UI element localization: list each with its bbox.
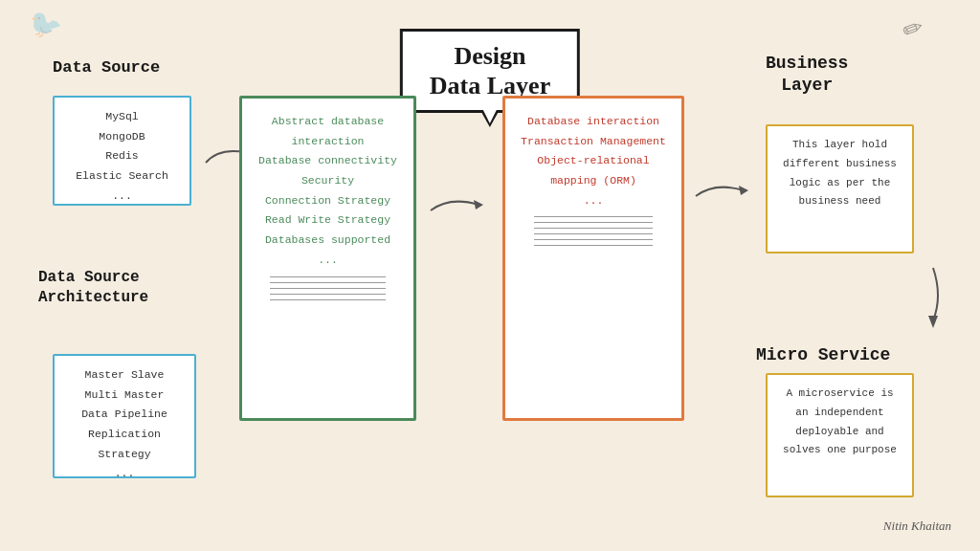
list-item: ... — [519, 191, 668, 211]
list-item: Elastic Search — [64, 166, 180, 187]
list-item: Replication Strategy — [64, 425, 185, 464]
business-layer-text: This layer hold different business logic… — [783, 139, 897, 207]
data-source-label: Data Source — [53, 57, 160, 78]
arrow-down — [919, 263, 947, 335]
list-item: MongoDB — [64, 127, 180, 147]
list-item: ... — [256, 251, 400, 271]
data-source-card: MySql MongoDB Redis Elastic Search ... — [53, 96, 191, 206]
bird-decoration: 🐦 — [25, 6, 66, 46]
list-item: Multi Master — [64, 386, 185, 406]
data-access-layer-card: Database interaction Transaction Managem… — [502, 96, 684, 421]
business-layer-content: This layer hold different business logic… — [777, 136, 902, 211]
data-source-arch-card: Master Slave Multi Master Data Pipeline … — [53, 354, 196, 478]
arrow-2 — [426, 191, 488, 225]
micro-service-label: Micro Service — [756, 344, 890, 366]
pencil-decoration: ✏️ — [895, 3, 928, 50]
dbal-card: Abstract database interaction Database c… — [239, 96, 416, 421]
business-layer-card: This layer hold different business logic… — [766, 124, 914, 253]
title-line1: Design — [454, 42, 525, 70]
list-item: Database connectivity — [256, 151, 400, 171]
svg-marker-3 — [928, 316, 938, 328]
micro-service-content: A microservice is an independent deploya… — [777, 385, 902, 460]
data-source-arch-label: Data SourceArchitecture — [38, 268, 148, 308]
data-access-content: Database interaction Transaction Managem… — [519, 112, 668, 246]
arrow-3 — [691, 177, 753, 210]
svg-marker-1 — [474, 200, 483, 209]
data-source-arch-content: Master Slave Multi Master Data Pipeline … — [64, 365, 185, 484]
list-item: ... — [64, 464, 185, 484]
list-item: Object-relational mapping (ORM) — [519, 151, 668, 190]
list-item: Transaction Management — [519, 132, 668, 152]
author-label: Nitin Khaitan — [883, 518, 951, 534]
list-item: Abstract database interaction — [256, 112, 400, 151]
list-item: Master Slave — [64, 365, 185, 386]
list-item: Read Write Strategy — [256, 210, 400, 231]
business-layer-label: BusinessLayer — [766, 53, 848, 98]
list-item: Redis — [64, 146, 180, 166]
dbal-content: Abstract database interaction Database c… — [256, 112, 400, 300]
micro-service-text: A microservice is an independent deploya… — [783, 387, 897, 455]
list-item: Data Pipeline — [64, 405, 185, 425]
list-item: MySql — [64, 107, 180, 127]
svg-marker-2 — [739, 186, 748, 195]
list-item: Database interaction — [519, 112, 668, 132]
micro-service-card: A microservice is an independent deploya… — [766, 373, 914, 497]
data-source-content: MySql MongoDB Redis Elastic Search ... — [64, 107, 180, 206]
list-item: ... — [64, 187, 180, 207]
list-item: Connection Strategy — [256, 191, 400, 211]
list-item: Databases supported — [256, 231, 400, 251]
list-item: Security — [256, 171, 400, 191]
